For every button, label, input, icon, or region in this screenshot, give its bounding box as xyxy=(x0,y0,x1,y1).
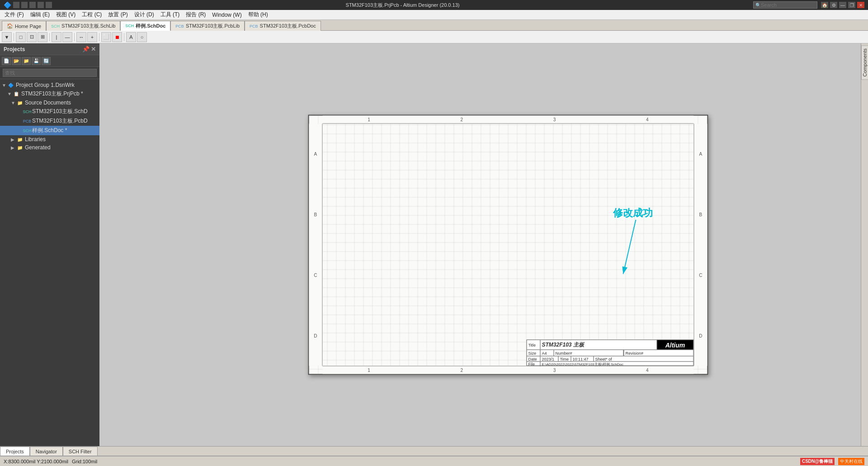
panel-folder-btn[interactable]: 📁 xyxy=(22,57,31,65)
tab-sch-filter[interactable]: SCH Filter xyxy=(63,447,98,456)
restore-button[interactable]: ❐ xyxy=(848,2,855,8)
menu-window[interactable]: Window (W) xyxy=(209,11,244,19)
toolbar-hline-btn[interactable]: | xyxy=(52,32,61,42)
tree-source-docs[interactable]: ▼ 📁 Source Documents xyxy=(0,99,99,107)
tab-projects[interactable]: Projects xyxy=(0,447,30,456)
status-bar: X:8300.000mil Y:2100.000mil Grid:100mil … xyxy=(0,456,868,466)
toolbar-grid-btn[interactable]: ⊞ xyxy=(38,32,47,42)
sheet-label-cell: Sheet* of xyxy=(594,357,693,361)
toolbar-text-btn[interactable]: A xyxy=(126,32,136,42)
col-3-bottom: 3 xyxy=(553,368,556,373)
number-label-cell: Number# xyxy=(554,350,623,356)
date-value: 2023/1 xyxy=(542,357,554,361)
settings-icon[interactable]: ⚙ xyxy=(830,2,837,8)
row-d-left: D xyxy=(314,333,317,338)
file-value: E:\AD20\2022\2022\STM32F103主板\样例.SchDoc xyxy=(542,362,623,366)
search-box[interactable]: 🔍 xyxy=(753,1,817,9)
panel-toolbar: 📄 📂 📁 💾 🔄 xyxy=(0,55,99,67)
panel-refresh-btn[interactable]: 🔄 xyxy=(42,57,51,65)
tab-schlibrary-label: STM32F103主板.SchLib xyxy=(61,23,115,29)
menu-help[interactable]: 帮助 (H) xyxy=(245,10,271,19)
altium-logo-cell: Altium xyxy=(657,340,693,350)
tab-schlibrary[interactable]: SCH STM32F103主板.SchLib xyxy=(46,21,120,31)
close-button[interactable]: ✕ xyxy=(857,2,864,8)
canvas-area[interactable]: 1 2 3 4 1 2 3 4 A B C D xyxy=(99,43,861,446)
menu-bar: 文件 (F) 编辑 (E) 视图 (V) 工程 (C) 放置 (P) 设计 (D… xyxy=(0,10,868,20)
menu-tools[interactable]: 工具 (T) xyxy=(158,10,183,19)
home-tab-icon: 🏠 xyxy=(7,23,13,29)
panel-pin-icon[interactable]: 📌 xyxy=(82,46,90,52)
toolbar-plus-btn[interactable]: + xyxy=(87,32,97,42)
tree-pcbd-file[interactable]: PCB STM32F103主板.PcbD xyxy=(0,116,99,126)
schematic-sheet: 1 2 3 4 1 2 3 4 A B C D xyxy=(308,115,708,375)
panel-save-btn[interactable]: 💾 xyxy=(32,57,41,65)
row-c-right: C xyxy=(699,272,702,277)
time-label: Time xyxy=(560,357,569,361)
tree-schdoc-file[interactable]: SCH 样例.SchDoc * xyxy=(0,126,99,135)
toolbar-sep-5 xyxy=(124,33,124,41)
col-3-top: 3 xyxy=(553,117,556,122)
properties-panel-tab[interactable]: Components xyxy=(861,45,868,80)
date-value-cell: 2023/1 xyxy=(540,357,558,361)
tab-pcbdoc[interactable]: PCB STM32F103主板.PcbDoc xyxy=(245,21,321,31)
minimize-button[interactable]: — xyxy=(839,2,846,8)
project-search-input[interactable] xyxy=(3,69,97,77)
toolbar-split-btn[interactable]: ↔ xyxy=(76,32,86,42)
col-2-top: 2 xyxy=(461,117,463,122)
tree-schd-file[interactable]: SCH STM32F103主板.SchD xyxy=(0,107,99,116)
toolbar-rect-btn[interactable]: □ xyxy=(16,32,26,42)
project-tree: ▼ 🔷 Project Group 1.DsnWrk ▼ 📋 STM32F103… xyxy=(0,79,99,446)
pcbd-label: STM32F103主板.PcbD xyxy=(32,117,88,125)
toolbar-hbar-btn[interactable]: — xyxy=(62,32,72,42)
tree-generated[interactable]: ▶ 📁 Generated xyxy=(0,143,99,152)
panel-close-icon[interactable]: ✕ xyxy=(91,46,96,52)
gen-folder-icon: 📁 xyxy=(16,145,24,150)
row-c-left: C xyxy=(314,272,317,277)
col-4-bottom: 4 xyxy=(646,368,649,373)
menu-design[interactable]: 设计 (D) xyxy=(132,10,157,19)
toolbar-filter-btn[interactable]: ▼ xyxy=(2,32,12,42)
tree-libraries[interactable]: ▶ 📁 Libraries xyxy=(0,135,99,143)
toolbar-circle-btn[interactable]: ○ xyxy=(137,32,147,42)
panel-open-btn[interactable]: 📂 xyxy=(12,57,21,65)
tree-project-group[interactable]: ▼ 🔷 Project Group 1.DsnWrk xyxy=(0,81,99,89)
col-4-top: 4 xyxy=(646,117,649,122)
row-markers-left: A B C D xyxy=(309,124,322,366)
size-label-cell: Size xyxy=(527,350,540,356)
sch-doc-icon: SCH xyxy=(125,24,134,28)
menu-project[interactable]: 工程 (C) xyxy=(79,10,104,19)
source-docs-label: Source Documents xyxy=(25,100,71,106)
schd-label: STM32F103主板.SchD xyxy=(32,108,88,115)
bottom-tabs: Projects Navigator SCH Filter xyxy=(0,446,868,456)
window-title: STM32F103主板.PrjPcb - Altium Designer (20… xyxy=(52,2,753,9)
gen-arrow-icon: ▶ xyxy=(11,145,16,150)
schematic-sheet-wrapper: 1 2 3 4 1 2 3 4 A B C D xyxy=(308,115,708,375)
file-value-cell: E:\AD20\2022\2022\STM32F103主板\样例.SchDoc xyxy=(540,362,693,366)
menu-place[interactable]: 放置 (P) xyxy=(105,10,130,19)
toolbar-sep-4 xyxy=(99,33,99,41)
altium-logo: Altium xyxy=(665,341,685,348)
libraries-label: Libraries xyxy=(25,136,46,143)
row-markers-right: A B C D xyxy=(693,124,707,366)
tree-project[interactable]: ▼ 📋 STM32F103主板.PrjPcb * xyxy=(0,89,99,99)
home-icon[interactable]: 🏠 xyxy=(821,2,828,8)
col-1-bottom: 1 xyxy=(368,368,370,373)
toolbar-square-btn[interactable]: ⬜ xyxy=(101,32,111,42)
menu-view[interactable]: 视图 (V) xyxy=(53,10,78,19)
panel-new-btn[interactable]: 📄 xyxy=(2,57,11,65)
menu-reports[interactable]: 报告 (R) xyxy=(183,10,208,19)
tab-navigator[interactable]: Navigator xyxy=(30,447,63,456)
search-input[interactable] xyxy=(761,2,815,8)
tab-pcblibrary[interactable]: PCB STM32F103主板.PcbLib xyxy=(170,21,245,31)
title-row-1: Title STM32F103 主板 Altium xyxy=(527,340,693,350)
source-folder-icon: 📁 xyxy=(16,100,24,105)
menu-edit[interactable]: 编辑 (E) xyxy=(28,10,52,19)
number-label: Number# xyxy=(555,351,572,355)
tab-home[interactable]: 🏠 Home Page xyxy=(2,21,46,31)
panel-title: Projects xyxy=(4,46,25,52)
toolbar-stop-btn[interactable]: ⏹ xyxy=(112,32,122,42)
menu-file[interactable]: 文件 (F) xyxy=(2,10,27,19)
tab-schdoc[interactable]: SCH 样例.SchDoc xyxy=(120,21,170,31)
toolbar-rect2-btn[interactable]: ⊡ xyxy=(27,32,37,42)
title-row-2: Size A4 Number# Revision# xyxy=(527,350,693,357)
